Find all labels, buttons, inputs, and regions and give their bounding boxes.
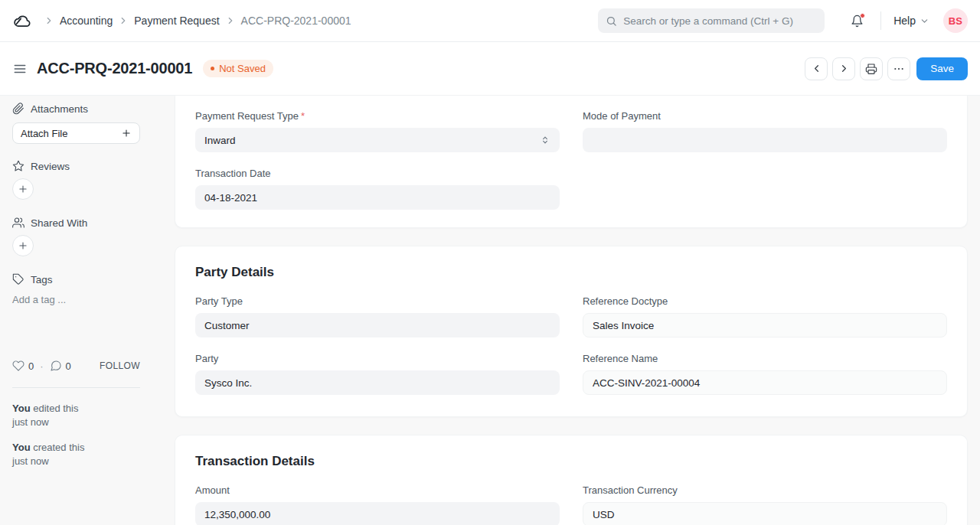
content-area: Attachments Attach File Reviews Shared W… — [0, 96, 980, 525]
activity-time: just now — [12, 455, 49, 467]
paperclip-icon — [12, 103, 24, 115]
add-tag-input[interactable]: Add a tag ... — [12, 294, 140, 305]
label-text: Reference Doctype — [583, 295, 668, 307]
field-label: Party — [195, 353, 560, 364]
field-label: Payment Request Type * — [195, 110, 560, 122]
cloud-slash-icon — [12, 11, 32, 31]
more-options-button[interactable] — [887, 57, 910, 80]
hamburger-menu-icon — [12, 61, 28, 77]
form-row: Payment Request Type * Inward Mode of Pa… — [195, 110, 947, 152]
label-text: Party Type — [195, 295, 243, 307]
label-text: Payment Request Type — [195, 110, 299, 122]
search-input[interactable]: Search or type a command (Ctrl + G) — [598, 8, 825, 33]
field-label: Amount — [195, 484, 560, 496]
status-badge: Not Saved — [203, 60, 273, 77]
ellipsis-icon — [893, 63, 905, 75]
page-title: ACC-PRQ-2021-00001 — [37, 60, 192, 77]
printer-icon — [865, 63, 877, 75]
heart-icon — [12, 360, 24, 372]
party-type-input[interactable]: Customer — [195, 313, 560, 338]
share-button[interactable] — [12, 235, 34, 256]
input-value: Sales Invoice — [593, 320, 654, 331]
label-text: Transaction Date — [195, 168, 271, 179]
breadcrumb-current-doc: ACC-PRQ-2021-00001 — [241, 15, 351, 27]
form-grid-empty-cell — [583, 168, 947, 210]
star-icon — [12, 160, 24, 172]
activity-created: You created this just now — [12, 441, 140, 468]
chevron-right-icon — [118, 15, 129, 26]
attach-file-button[interactable]: Attach File — [12, 122, 140, 144]
payment-request-type-select[interactable]: Inward — [195, 128, 560, 152]
notifications-button[interactable] — [851, 15, 864, 28]
chevron-right-icon — [44, 15, 54, 26]
section-title: Transaction Details — [195, 454, 947, 469]
section-party-details: Party Details Party Type Customer Refere… — [175, 246, 968, 417]
field-mode-of-payment: Mode of Payment — [583, 110, 947, 152]
input-value: Customer — [204, 320, 250, 331]
field-party: Party Sysco Inc. — [195, 353, 560, 395]
amount-input[interactable]: 12,350,000.00 — [195, 502, 560, 525]
breadcrumb-payment-request[interactable]: Payment Request — [134, 15, 219, 27]
field-payment-request-type: Payment Request Type * Inward — [195, 110, 560, 152]
save-button[interactable]: Save — [916, 57, 968, 80]
required-asterisk: * — [301, 110, 305, 122]
comments-count: 0 — [66, 360, 71, 372]
input-value: USD — [593, 509, 615, 520]
print-button[interactable] — [860, 57, 883, 80]
chevrons-up-down-icon — [540, 135, 550, 145]
field-transaction-currency: Transaction Currency USD — [583, 484, 947, 525]
field-party-type: Party Type Customer — [195, 295, 560, 338]
engagement-row: 0 · 0 FOLLOW — [12, 360, 140, 372]
transaction-currency-input[interactable]: USD — [583, 502, 947, 525]
tags-section-header: Tags — [12, 273, 140, 285]
reviews-title: Reviews — [31, 161, 70, 172]
field-label: Mode of Payment — [583, 110, 947, 122]
search-icon — [606, 15, 617, 27]
app-logo[interactable] — [12, 10, 34, 31]
mode-of-payment-input[interactable] — [583, 128, 947, 152]
section-title: Party Details — [195, 265, 947, 280]
breadcrumb-accounting[interactable]: Accounting — [60, 15, 113, 27]
attach-file-label: Attach File — [21, 128, 67, 139]
reference-doctype-input[interactable]: Sales Invoice — [583, 313, 947, 338]
count-separator: · — [40, 360, 43, 372]
plus-icon — [18, 240, 28, 251]
chevron-left-icon — [811, 63, 822, 74]
help-menu[interactable]: Help — [893, 15, 929, 27]
follow-button[interactable]: FOLLOW — [100, 360, 140, 371]
chevron-right-icon — [225, 15, 236, 26]
field-reference-name: Reference Name ACC-SINV-2021-00004 — [583, 353, 947, 395]
party-input[interactable]: Sysco Inc. — [195, 370, 560, 395]
like-button[interactable] — [12, 360, 24, 372]
shared-with-section-header: Shared With — [12, 217, 140, 229]
page-actions: Save — [805, 57, 968, 80]
activity-action: created this — [33, 442, 84, 453]
activity-edited: You edited this just now — [12, 402, 140, 429]
users-icon — [12, 217, 24, 229]
user-avatar[interactable]: BS — [943, 8, 968, 33]
add-review-button[interactable] — [12, 178, 34, 200]
input-value: ACC-SINV-2021-00004 — [593, 377, 700, 389]
form-row: Party Type Customer Reference Doctype Sa… — [195, 295, 947, 338]
likes-count: 0 — [28, 360, 34, 372]
input-value: 12,350,000.00 — [204, 509, 270, 520]
page-header: ACC-PRQ-2021-00001 Not Saved Save — [0, 42, 980, 96]
field-amount: Amount 12,350,000.00 — [195, 484, 560, 525]
field-label: Reference Doctype — [583, 295, 947, 307]
field-label: Reference Name — [583, 353, 947, 364]
transaction-date-input[interactable]: 04-18-2021 — [195, 185, 560, 210]
activity-time: just now — [12, 416, 49, 428]
next-document-button[interactable] — [832, 57, 855, 80]
section-transaction-details: Transaction Details Amount 12,350,000.00… — [175, 435, 968, 525]
tags-title: Tags — [31, 274, 53, 285]
sidebar-toggle-button[interactable] — [12, 61, 28, 77]
chevron-right-icon — [838, 63, 850, 74]
comments-button[interactable] — [50, 360, 62, 372]
label-text: Mode of Payment — [583, 110, 661, 122]
reference-name-input[interactable]: ACC-SINV-2021-00004 — [583, 370, 947, 395]
activity-action: edited this — [33, 403, 78, 414]
prev-document-button[interactable] — [805, 57, 828, 80]
form-main: Payment Request Type * Inward Mode of Pa… — [175, 96, 968, 525]
search-placeholder: Search or type a command (Ctrl + G) — [623, 15, 793, 27]
reviews-section-header: Reviews — [12, 160, 140, 172]
